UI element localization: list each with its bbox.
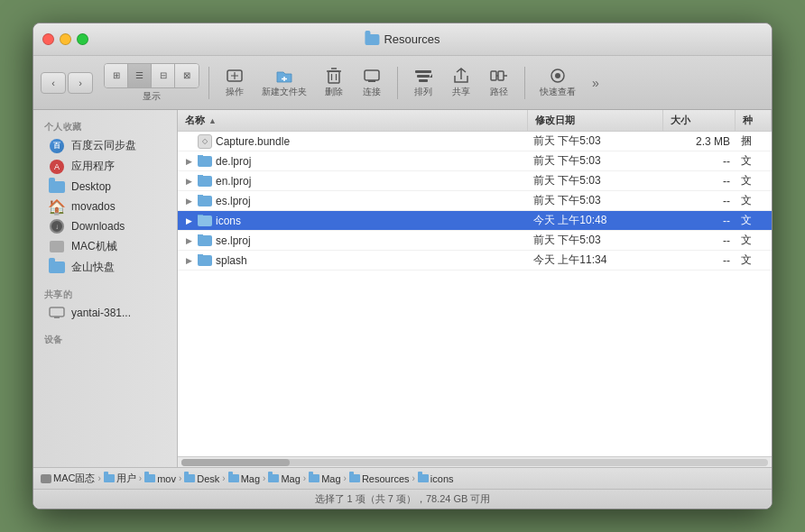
sidebar-item-jinshan[interactable]: 金山快盘 xyxy=(37,257,173,278)
h-scrollbar[interactable] xyxy=(178,456,772,467)
toolbar: ‹ › ⊞ ☰ ⊟ ⊠ 显示 操作 xyxy=(33,56,772,110)
sidebar-item-apps[interactable]: A 应用程序 xyxy=(37,156,173,177)
file-name-es: ▶ es.lproj xyxy=(178,195,528,207)
path-folder-icon xyxy=(268,474,279,482)
coverflow-view-button[interactable]: ⊠ xyxy=(175,64,199,87)
path-label-resources: Resources xyxy=(362,473,410,484)
separator-3 xyxy=(524,67,525,99)
sidebar-item-movados[interactable]: 🏠 movados xyxy=(37,197,173,216)
table-row[interactable]: ▶ de.lproj 前天 下午5:03 -- 文 xyxy=(178,151,772,171)
path-item-desk[interactable]: Desk xyxy=(184,473,219,484)
devices-section-label: 设备 xyxy=(33,330,177,348)
title-folder-icon xyxy=(365,34,379,45)
svg-rect-3 xyxy=(328,71,339,83)
minimize-button[interactable] xyxy=(60,33,71,45)
path-item-mac[interactable]: MAC固态 xyxy=(41,472,95,485)
apps-label: 应用程序 xyxy=(71,159,115,174)
path-label-mag2: Mag xyxy=(281,473,300,484)
folder-icon xyxy=(198,216,212,226)
column-view-button[interactable]: ⊟ xyxy=(152,64,175,87)
table-row[interactable]: ▶ icons 今天 上午10:48 -- 文 xyxy=(178,211,772,231)
path-item-user[interactable]: 用户 xyxy=(104,472,136,485)
titlebar: Resources xyxy=(33,23,772,56)
file-size-se: -- xyxy=(663,234,736,247)
personal-section-label: 个人收藏 xyxy=(33,117,177,135)
new-folder-button[interactable]: 新建文件夹 xyxy=(256,66,312,100)
quick-look-icon xyxy=(547,68,569,84)
path-item-mag2[interactable]: Mag xyxy=(268,473,300,484)
col-header-size[interactable]: 大小 xyxy=(663,110,736,131)
sidebar-item-downloads[interactable]: ↓ Downloads xyxy=(37,216,173,236)
table-row[interactable]: ▶ es.lproj 前天 下午5:03 -- 文 xyxy=(178,191,772,211)
svg-rect-15 xyxy=(498,71,504,80)
file-name-icons: ▶ icons xyxy=(178,215,528,227)
action-label: 操作 xyxy=(226,86,244,98)
file-area: 名称 ▲ 修改日期 大小 种 ◇ xyxy=(178,110,772,467)
delete-label: 删除 xyxy=(325,86,343,98)
path-label-mag1: Mag xyxy=(241,473,260,484)
path-label-icons: icons xyxy=(430,473,454,484)
movados-label: movados xyxy=(71,200,116,213)
file-name-de: ▶ de.lproj xyxy=(178,155,528,168)
path-hdd-icon xyxy=(41,474,51,483)
delete-icon xyxy=(323,68,345,84)
sidebar-item-desktop[interactable]: Desktop xyxy=(37,177,173,197)
scroll-thumb[interactable] xyxy=(181,459,290,466)
table-row[interactable]: ▶ se.lproj 前天 下午5:03 -- 文 xyxy=(178,231,772,251)
folder-icon xyxy=(198,196,212,206)
shared-section-label: 共享的 xyxy=(33,285,177,303)
desktop-icon xyxy=(48,179,66,194)
col-header-modified[interactable]: 修改日期 xyxy=(528,110,663,131)
status-bar: 选择了 1 项（共 7 项），78.24 GB 可用 xyxy=(33,489,772,509)
delete-button[interactable]: 删除 xyxy=(318,66,350,100)
path-item-mag3[interactable]: Mag xyxy=(309,473,340,484)
col-header-kind[interactable]: 种 xyxy=(736,110,772,131)
file-kind-icons: 文 xyxy=(736,213,772,228)
path-item-mag1[interactable]: Mag xyxy=(228,473,260,484)
sort-button[interactable]: 排列 xyxy=(407,66,440,100)
share-button[interactable]: 共享 xyxy=(445,66,477,100)
path-item-resources[interactable]: Resources xyxy=(349,473,410,484)
quick-look-button[interactable]: 快速查看 xyxy=(534,66,581,100)
path-label-mov: mov xyxy=(157,473,176,484)
col-header-name[interactable]: 名称 ▲ xyxy=(178,110,528,131)
yantai-label: yantai-381... xyxy=(71,307,131,319)
sidebar-item-yantai[interactable]: yantai-381... xyxy=(37,303,173,323)
path-label: 路径 xyxy=(490,86,508,98)
share-label: 共享 xyxy=(452,86,470,98)
title-text: Resources xyxy=(384,32,440,46)
table-row[interactable]: ▶ splash 今天 上午11:34 -- 文 xyxy=(178,251,772,271)
more-button[interactable]: » xyxy=(587,72,605,94)
action-button[interactable]: 操作 xyxy=(218,66,251,100)
connect-button[interactable]: 连接 xyxy=(356,66,388,100)
file-kind-capture: 捆 xyxy=(736,133,772,149)
sidebar-item-mac[interactable]: MAC机械 xyxy=(37,236,173,257)
icon-view-button[interactable]: ⊞ xyxy=(105,64,128,87)
file-date-de: 前天 下午5:03 xyxy=(528,153,663,169)
svg-rect-11 xyxy=(417,75,430,78)
file-date-se: 前天 下午5:03 xyxy=(528,233,663,248)
path-item-mov[interactable]: mov xyxy=(144,473,176,484)
file-name-splash: ▶ splash xyxy=(178,254,528,267)
table-row[interactable]: ◇ Capture.bundle 前天 下午5:03 2.3 MB 捆 xyxy=(178,132,772,151)
file-kind-es: 文 xyxy=(736,193,772,208)
bundle-icon: ◇ xyxy=(198,134,212,149)
folder-icon xyxy=(198,235,212,246)
sidebar-item-baidu[interactable]: 百 百度云同步盘 xyxy=(37,135,173,156)
path-label-user: 用户 xyxy=(116,472,136,485)
svg-rect-12 xyxy=(419,79,428,82)
close-button[interactable] xyxy=(42,33,54,45)
back-button[interactable]: ‹ xyxy=(41,72,66,94)
file-name-se: ▶ se.lproj xyxy=(178,234,528,247)
path-button[interactable]: 路径 xyxy=(483,66,515,100)
new-folder-icon xyxy=(273,68,295,84)
file-size-capture: 2.3 MB xyxy=(663,135,736,148)
file-kind-se: 文 xyxy=(736,233,772,248)
main-area: 个人收藏 百 百度云同步盘 A 应用程序 Desktop xyxy=(33,110,772,467)
status-text: 选择了 1 项（共 7 项），78.24 GB 可用 xyxy=(315,492,491,506)
list-view-button[interactable]: ☰ xyxy=(128,64,152,87)
table-row[interactable]: ▶ en.lproj 前天 下午5:03 -- 文 xyxy=(178,171,772,191)
maximize-button[interactable] xyxy=(77,33,88,45)
path-item-icons[interactable]: icons xyxy=(418,473,454,484)
forward-button[interactable]: › xyxy=(68,72,93,94)
